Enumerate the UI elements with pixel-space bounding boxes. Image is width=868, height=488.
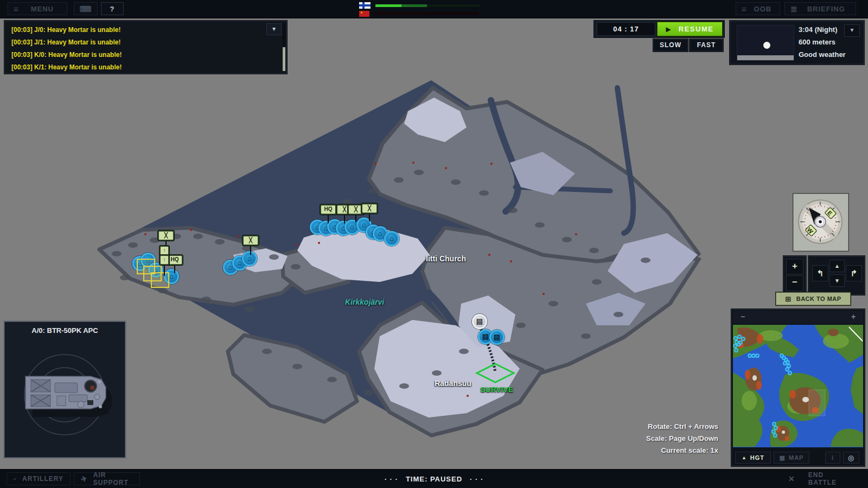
minimap-zoom-out-button[interactable]: − — [736, 312, 749, 322]
resume-button[interactable]: ▶ RESUME — [657, 22, 723, 36]
zoom-in-button[interactable]: + — [786, 259, 803, 274]
time-status-label: TIME: PAUSED — [406, 475, 462, 483]
burger-icon: ≡ — [14, 5, 19, 13]
grid-icon: ⊞ — [785, 295, 791, 303]
unit-tag[interactable]: ╳ — [158, 230, 174, 241]
tilt-down-button[interactable]: ▾ — [829, 274, 845, 287]
unit-top-view — [5, 336, 125, 454]
tilt-up-button[interactable]: ▴ — [829, 260, 845, 272]
log-message: [00:03] K/1: Heavy Mortar is unable! — [11, 61, 268, 71]
message-log-list: [00:03] J/0: Heavy Mortar is unable![00:… — [11, 24, 268, 71]
minimap-viewport — [809, 390, 825, 416]
slow-button[interactable]: SLOW — [653, 39, 688, 52]
map-label: Kirkkojärvi — [345, 298, 384, 306]
menu-label: MENU — [31, 5, 54, 13]
artillery-label: ARTILLERY — [22, 475, 63, 483]
unit-title: A/0: BTR-50PK APC — [5, 326, 125, 335]
briefing-label: BRIEFING — [807, 5, 845, 13]
mission-clock: 04 : 17 — [597, 22, 655, 36]
artillery-button[interactable]: ARTILLERY — [7, 472, 71, 485]
time-of-day: 3:04 (Night) — [799, 25, 838, 34]
moon-phase-display — [737, 25, 794, 61]
help-button[interactable]: ? — [101, 2, 124, 15]
log-scrollbar[interactable] — [283, 23, 285, 71]
minimap-zoom-bar: − + — [733, 311, 863, 324]
hint-text: Scale: Page Up/Down — [646, 433, 718, 445]
unit-tag[interactable]: ↑ — [159, 255, 169, 265]
camera-panel: ↰ ▴ ▾ ↱ — [808, 256, 865, 295]
rotate-left-button[interactable]: ↰ — [812, 265, 828, 281]
air-support-label: AIR SUPPORT — [93, 471, 133, 486]
chevron-down-icon: ▾ — [850, 26, 853, 34]
finland-flag — [359, 2, 371, 9]
oob-button[interactable]: ≡ OOB — [736, 2, 780, 15]
hint-text: Rotate: Ctrl + Arrows — [646, 421, 718, 433]
minimap-hgt-button[interactable]: ▲ HGT — [735, 452, 771, 464]
weather-collapse-button[interactable]: ▾ — [844, 24, 860, 37]
hint-text: Current scale: 1x — [646, 445, 718, 457]
back-to-map-label: BACK TO MAP — [796, 296, 841, 302]
zoom-panel: + − — [783, 256, 806, 295]
minimap-canvas[interactable] — [733, 325, 863, 447]
enemy-strength-bar — [374, 12, 478, 15]
bottom-bar: ARTILLERY ✈ AIR SUPPORT · · · TIME: PAUS… — [0, 469, 868, 488]
oob-label: OOB — [754, 5, 772, 13]
visibility: 600 meters — [799, 38, 835, 46]
compass-panel: E W — [793, 194, 848, 251]
unit-tag[interactable]: ╳ — [242, 235, 259, 246]
grid-icon: ▦ — [780, 454, 786, 461]
plane-icon: ✈ — [80, 473, 89, 484]
map-label: MAP — [789, 454, 803, 461]
end-battle-label: END BATTLE — [808, 471, 851, 486]
weather-panel: 3:04 (Night) 600 meters Good weather ▾ — [730, 21, 864, 65]
menu-button[interactable]: ≡ MENU — [8, 2, 67, 15]
top-bar: ≡ MENU ⌨ ? ≡ OOB ≣ BRIEFING — [0, 0, 868, 18]
compass-rose[interactable]: E W — [794, 194, 847, 249]
keyboard-shortcuts-button[interactable]: ⌨ — [74, 2, 98, 15]
briefing-button[interactable]: ≣ BRIEFING — [784, 2, 856, 15]
btr50-vehicle — [25, 376, 112, 417]
unit-tag[interactable]: ╳ — [361, 203, 378, 214]
friendly-strength-bar — [375, 4, 480, 7]
air-support-button[interactable]: ✈ AIR SUPPORT — [74, 472, 140, 485]
unit-marker[interactable]: ▤ — [489, 330, 505, 345]
chevron-down-icon: ▾ — [272, 25, 276, 33]
minimap-info-button[interactable]: i — [825, 452, 840, 464]
log-collapse-button[interactable]: ▾ — [266, 23, 282, 35]
victory-status — [359, 2, 487, 17]
hgt-label: HGT — [750, 454, 764, 461]
minimap-zoom-in-button[interactable]: + — [847, 312, 860, 322]
unit-info-panel: A/0: BTR-50PK APC — [4, 322, 125, 458]
info-icon: i — [832, 454, 834, 461]
moon-icon — [763, 42, 770, 49]
unit-marker[interactable]: ⌂ — [242, 251, 257, 266]
artillery-icon — [14, 475, 17, 483]
unit-tag[interactable]: HQ — [320, 204, 336, 215]
map-label: Radansuu — [435, 379, 471, 388]
end-battle-button[interactable]: ✕ END BATTLE — [781, 472, 858, 485]
rotate-right-button[interactable]: ↱ — [846, 265, 862, 281]
dots-left: · · · — [385, 475, 398, 483]
map-label: Iitti Church — [426, 254, 466, 263]
dots-right: · · · — [470, 475, 483, 483]
zoom-out-button[interactable]: − — [786, 275, 803, 291]
minimap-mode-bar: ▲ HGT ▦ MAP i ◎ — [733, 451, 863, 465]
back-to-map-button[interactable]: ⊞ BACK TO MAP — [776, 292, 851, 305]
unit-marker[interactable]: ▤ — [472, 314, 487, 329]
oob-list-icon: ≡ — [742, 5, 747, 13]
camera-hints: Rotate: Ctrl + ArrowsScale: Page Up/Down… — [646, 421, 718, 457]
minimap-map-button[interactable]: ▦ MAP — [774, 452, 809, 464]
minimap-panel: − + — [731, 309, 865, 466]
log-scrollbar-thumb[interactable] — [283, 47, 285, 71]
resume-label: RESUME — [679, 25, 714, 33]
moon-horizon-bar — [737, 55, 794, 60]
fast-button[interactable]: FAST — [690, 39, 723, 52]
close-icon: ✕ — [788, 474, 795, 483]
play-icon: ▶ — [666, 25, 671, 33]
briefing-list-icon: ≣ — [790, 5, 798, 13]
message-log: [00:03] J/0: Heavy Mortar is unable![00:… — [4, 21, 287, 74]
mountain-icon: ▲ — [742, 455, 747, 460]
selection-box — [151, 272, 169, 288]
minimap-lens-button[interactable]: ◎ — [843, 452, 859, 464]
unit-marker[interactable]: ⌂ — [384, 231, 399, 246]
